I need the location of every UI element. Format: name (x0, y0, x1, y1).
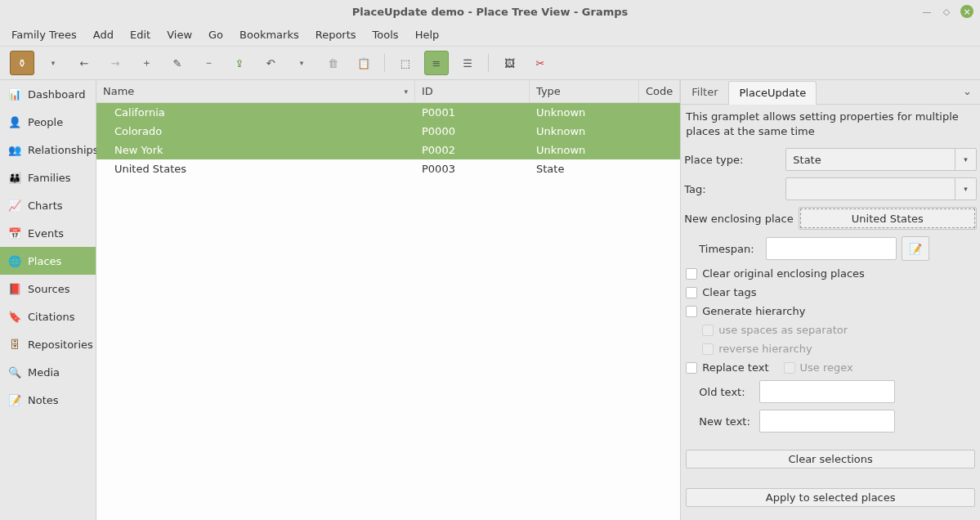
close-button[interactable]: × (960, 5, 973, 18)
sidebar-item-citations[interactable]: 🔖Citations (0, 303, 96, 330)
scissors-icon: ✂ (536, 57, 545, 69)
menu-family-trees[interactable]: Family Trees (3, 25, 85, 44)
row-enclosing-place: New enclosing place United States (684, 207, 977, 230)
new-text-input[interactable] (759, 410, 895, 433)
view-hierarchy-button[interactable]: ⬚ (393, 51, 418, 75)
menu-help[interactable]: Help (407, 25, 448, 44)
sidebar-item-media[interactable]: 🔍Media (0, 358, 96, 386)
view-list-button[interactable]: ≡ (424, 51, 449, 75)
clear-tags-checkbox[interactable] (686, 287, 697, 298)
label-timespan: Timespan: (699, 243, 754, 255)
sidebar-item-relationships[interactable]: 👥Relationships (0, 136, 96, 164)
place-type-select[interactable]: State ▾ (785, 148, 977, 171)
family-tree-button[interactable]: ⚱ (10, 51, 34, 75)
minimize-button[interactable]: — (921, 6, 933, 17)
family-tree-dropdown[interactable]: ▾ (41, 51, 65, 75)
sidebar-item-dashboard[interactable]: 📊Dashboard (0, 80, 96, 108)
sidebar-item-places[interactable]: 🌐Places (0, 247, 96, 275)
enclosing-place-value: United States (852, 213, 924, 225)
menu-bookmarks[interactable]: Bookmarks (231, 25, 307, 44)
toolbar: ⚱ ▾ ← → ＋ ✎ － ⇪ ↶ ▾ 🗑 📋 ⬚ ≡ ☰ 🖼 ✂ (0, 46, 980, 80)
column-label: Code (646, 85, 673, 97)
image-button[interactable]: 🖼 (497, 51, 521, 75)
cell-type: Unknown (530, 125, 639, 137)
media-icon: 🔍 (8, 365, 21, 379)
remove-button[interactable]: － (196, 51, 221, 75)
right-panel: Filter PlaceUpdate ⌄ This gramplet allow… (681, 80, 980, 520)
sidebar-item-repositories[interactable]: 🗄Repositories (0, 330, 96, 358)
sidebar-item-notes[interactable]: 📝Notes (0, 386, 96, 414)
clipboard-button[interactable]: 📋 (351, 51, 376, 75)
apply-button[interactable]: Apply to selected places (686, 488, 975, 507)
sidebar-item-label: Relationships (28, 144, 99, 156)
charts-icon: 📈 (8, 199, 21, 212)
sidebar-item-events[interactable]: 📅Events (0, 219, 96, 247)
column-header-id[interactable]: ID (415, 80, 530, 102)
table-row[interactable]: New York P0002 Unknown (96, 141, 680, 159)
undo-dropdown[interactable]: ▾ (289, 51, 314, 75)
places-icon: 🌐 (8, 254, 21, 267)
families-icon: 👪 (8, 171, 21, 184)
label-clear-enclosing: Clear original enclosing places (702, 267, 865, 280)
menu-view[interactable]: View (159, 25, 200, 44)
table-row[interactable]: United States P0003 State (96, 159, 680, 178)
enclosing-place-button[interactable]: United States (799, 207, 977, 230)
sidebar-item-label: Media (28, 366, 60, 379)
clear-enclosing-checkbox[interactable] (686, 268, 697, 280)
generate-hierarchy-checkbox[interactable] (686, 306, 697, 317)
citations-icon: 🔖 (8, 310, 21, 323)
old-text-input[interactable] (759, 380, 895, 403)
undo-button[interactable]: ↶ (258, 51, 283, 75)
sidebar-item-label: Dashboard (28, 88, 86, 101)
back-button[interactable]: ← (72, 51, 96, 75)
cell-id: P0001 (415, 106, 530, 119)
sidebar: 📊Dashboard 👤People 👥Relationships 👪Famil… (0, 80, 96, 520)
column-header-name[interactable]: Name▾ (96, 80, 415, 102)
menu-add[interactable]: Add (85, 25, 122, 44)
tab-placeupdate[interactable]: PlaceUpdate (728, 81, 817, 105)
cell-id: P0000 (415, 125, 530, 137)
placeupdate-panel: This gramplet allows setting properties … (681, 105, 980, 520)
cut-button[interactable]: ✂ (528, 51, 553, 75)
sidebar-item-charts[interactable]: 📈Charts (0, 191, 96, 219)
label-clear-tags: Clear tags (702, 286, 756, 298)
use-spaces-checkbox (702, 325, 714, 336)
cell-type: State (530, 163, 639, 175)
clear-selections-button[interactable]: Clear selections (686, 450, 975, 468)
chevron-down-icon: ▾ (955, 149, 976, 170)
table-row[interactable]: Colorado P0000 Unknown (96, 122, 680, 141)
panel-expand-button[interactable]: ⌄ (955, 80, 980, 104)
add-button[interactable]: ＋ (134, 51, 159, 75)
column-header-type[interactable]: Type (530, 80, 639, 102)
sidebar-item-sources[interactable]: 📕Sources (0, 275, 96, 303)
forward-button[interactable]: → (103, 51, 128, 75)
window-title: PlaceUpdate demo - Place Tree View - Gra… (352, 6, 629, 18)
label-generate-hierarchy: Generate hierarchy (702, 305, 805, 317)
sidebar-item-people[interactable]: 👤People (0, 108, 96, 136)
tag-select[interactable]: ▾ (785, 177, 977, 200)
replace-text-checkbox[interactable] (686, 362, 697, 374)
hierarchy-icon: ⬚ (401, 57, 410, 69)
sidebar-item-label: Charts (28, 199, 63, 212)
menu-edit[interactable]: Edit (122, 25, 159, 44)
tab-filter[interactable]: Filter (681, 80, 728, 104)
merge-button[interactable]: ⇪ (227, 51, 252, 75)
edit-button[interactable]: ✎ (165, 51, 190, 75)
sidebar-item-label: Sources (28, 283, 69, 295)
view-detail-button[interactable]: ☰ (455, 51, 480, 75)
sidebar-item-families[interactable]: 👪Families (0, 164, 96, 191)
column-header-code[interactable]: Code (639, 80, 680, 102)
table-row[interactable]: California P0001 Unknown (96, 103, 680, 122)
menu-go[interactable]: Go (200, 25, 231, 44)
sidebar-item-label: Places (28, 255, 61, 267)
timespan-date-button[interactable]: 📝 (902, 236, 929, 261)
separator (488, 54, 489, 72)
trash-icon: 🗑 (328, 57, 338, 69)
timespan-input[interactable] (766, 237, 897, 260)
menu-reports[interactable]: Reports (307, 25, 365, 44)
delete-button[interactable]: 🗑 (320, 51, 345, 75)
maximize-button[interactable]: ◇ (941, 6, 952, 17)
panel-description: This gramplet allows setting properties … (684, 108, 977, 141)
menu-tools[interactable]: Tools (365, 25, 407, 44)
row-old-text: Old text: (684, 380, 977, 403)
